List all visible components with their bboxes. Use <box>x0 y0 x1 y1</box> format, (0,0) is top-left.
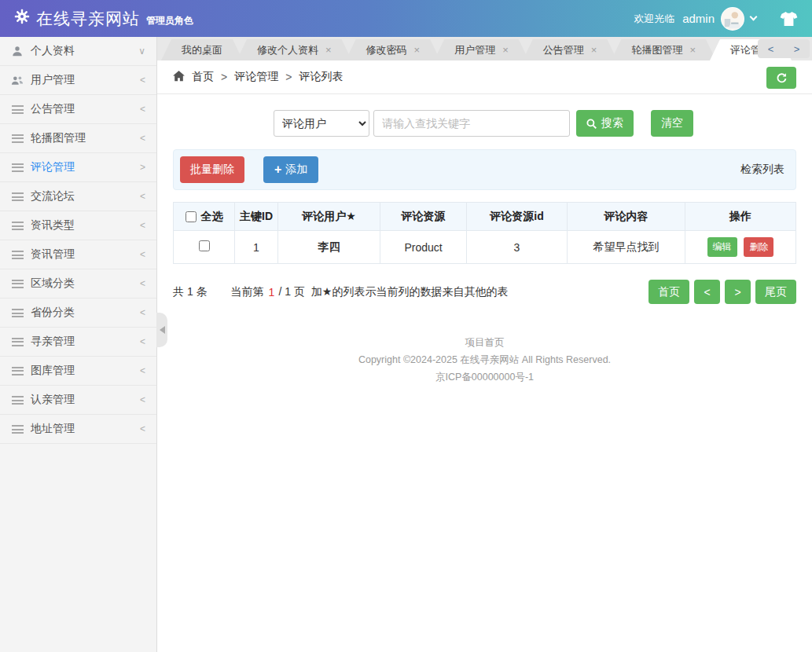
pagination: 共 1 条 当前第 1 / 1 页 加★的列表示当前列的数据来自其他的表 首页 … <box>173 280 796 304</box>
chevron-icon: ∨ <box>138 46 145 57</box>
chevron-icon: < <box>140 423 145 434</box>
add-button[interactable]: + 添加 <box>263 156 318 183</box>
footer-copyright: Copyright ©2024-2025 在线寻亲网站 All Rights R… <box>173 351 796 368</box>
breadcrumb-section[interactable]: 评论管理 <box>234 70 278 84</box>
username[interactable]: admin <box>682 12 715 25</box>
list-icon <box>11 222 24 230</box>
tab-label: 轮播图管理 <box>631 43 682 57</box>
tab-edit-profile[interactable]: 修改个人资料 × <box>237 39 352 60</box>
close-icon[interactable]: × <box>689 45 696 55</box>
chevron-icon: < <box>140 104 145 115</box>
next-page-button[interactable]: > <box>725 280 751 304</box>
search-button-label: 搜索 <box>601 116 623 130</box>
clear-button[interactable]: 清空 <box>651 110 693 137</box>
header-select-all: 全选 <box>174 203 235 231</box>
sidebar-item-news-mgmt[interactable]: 资讯管理 < <box>0 240 156 269</box>
sidebar-item-address-mgmt[interactable]: 地址管理 < <box>0 415 156 444</box>
sidebar-item-label: 区域分类 <box>31 277 75 291</box>
sidebar-collapse-handle[interactable] <box>156 313 167 347</box>
search-button[interactable]: 搜索 <box>576 110 634 137</box>
sidebar-item-label: 轮播图管理 <box>31 131 86 145</box>
pagination-total: 共 1 条 <box>173 285 208 299</box>
row-checkbox[interactable] <box>199 240 210 251</box>
sidebar-item-comment-mgmt[interactable]: 评论管理 > <box>0 153 156 182</box>
batch-delete-button[interactable]: 批量删除 <box>180 156 244 183</box>
tab-label: 用户管理 <box>454 43 495 57</box>
list-icon <box>11 396 24 405</box>
tab-scroll-left-icon[interactable]: < <box>763 43 779 55</box>
sidebar-item-region-category[interactable]: 区域分类 < <box>0 269 156 299</box>
sidebar-item-label: 用户管理 <box>31 73 75 87</box>
main-content: 我的桌面 修改个人资料 × 修改密码 × 用户管理 × 公告管理 × 轮播图管理… <box>157 37 812 652</box>
pagination-current-page: 1 <box>269 286 275 299</box>
sidebar-item-label: 省份分类 <box>31 306 75 320</box>
sidebar-item-personal-info[interactable]: 个人资料 ∨ <box>0 37 156 66</box>
tab-bar: 我的桌面 修改个人资料 × 修改密码 × 用户管理 × 公告管理 × 轮播图管理… <box>157 37 812 60</box>
sidebar-item-user-mgmt[interactable]: 用户管理 < <box>0 66 156 95</box>
chevron-icon: < <box>140 133 145 144</box>
first-page-button[interactable]: 首页 <box>648 280 689 304</box>
chevron-down-icon[interactable] <box>750 13 758 21</box>
plus-icon: + <box>274 163 281 177</box>
tab-user-mgmt[interactable]: 用户管理 × <box>434 39 529 60</box>
page-body: 评论用户 搜索 清空 批量删除 + 添加 检 <box>157 94 812 652</box>
prev-page-button[interactable]: < <box>694 280 720 304</box>
sidebar-item-label: 公告管理 <box>31 102 75 116</box>
refresh-button[interactable] <box>766 67 796 89</box>
search-field-select[interactable]: 评论用户 <box>274 110 369 137</box>
sidebar-item-label: 图库管理 <box>31 364 75 378</box>
search-form: 评论用户 搜索 清空 <box>274 110 796 137</box>
comments-table: 全选 主键ID 评论用户★ 评论资源 评论资源id 评论内容 操作 1 <box>173 202 796 264</box>
breadcrumb-separator: > <box>285 71 292 83</box>
breadcrumb-separator: > <box>221 71 227 83</box>
close-icon[interactable]: × <box>325 45 332 55</box>
breadcrumb-home[interactable]: 首页 <box>192 70 214 84</box>
chevron-icon: < <box>140 75 145 86</box>
search-icon <box>586 119 597 129</box>
list-icon <box>11 251 24 259</box>
list-icon <box>11 105 24 114</box>
sidebar-item-family-search-mgmt[interactable]: 寻亲管理 < <box>0 328 156 357</box>
pagination-note: 加★的列表示当前列的数据来自其他的表 <box>311 285 509 299</box>
collapse-arrow-icon <box>160 326 165 334</box>
sidebar-item-gallery-mgmt[interactable]: 图库管理 < <box>0 357 156 386</box>
tab-carousel-mgmt[interactable]: 轮播图管理 × <box>611 39 716 60</box>
sidebar-item-province-category[interactable]: 省份分类 < <box>0 299 156 328</box>
sidebar-item-label: 交流论坛 <box>31 189 75 203</box>
list-icon <box>11 425 24 434</box>
close-icon[interactable]: × <box>591 45 597 55</box>
delete-button[interactable]: 删除 <box>744 237 773 257</box>
table-row: 1 李四 Product 3 希望早点找到 编辑 删除 <box>174 231 796 264</box>
sidebar-item-notice-mgmt[interactable]: 公告管理 < <box>0 95 156 124</box>
avatar[interactable] <box>721 7 744 31</box>
select-all-checkbox[interactable] <box>186 211 197 222</box>
tab-notice-mgmt[interactable]: 公告管理 × <box>523 39 618 60</box>
sidebar-menu: 个人资料 ∨ 用户管理 < 公告管理 < 轮播图管理 < <box>0 37 156 444</box>
tab-scroll-right-icon[interactable]: > <box>789 43 805 55</box>
cell-id: 1 <box>235 231 278 264</box>
sidebar-item-news-type[interactable]: 资讯类型 < <box>0 211 156 240</box>
edit-button[interactable]: 编辑 <box>707 237 737 257</box>
header-content: 评论内容 <box>568 203 685 231</box>
sidebar-item-recognition-mgmt[interactable]: 认亲管理 < <box>0 386 156 415</box>
close-icon[interactable]: × <box>414 45 421 55</box>
last-page-button[interactable]: 尾页 <box>755 280 796 304</box>
tab-label: 公告管理 <box>543 43 584 57</box>
top-bar: 在线寻亲网站 管理员角色 欢迎光临 admin <box>0 0 812 37</box>
sidebar-item-carousel-mgmt[interactable]: 轮播图管理 < <box>0 124 156 153</box>
footer-project-link[interactable]: 项目首页 <box>173 334 796 351</box>
close-icon[interactable]: × <box>502 45 509 55</box>
brand: 在线寻亲网站 管理员角色 <box>14 9 193 29</box>
tab-change-password[interactable]: 修改密码 × <box>346 39 441 60</box>
chevron-icon: < <box>140 336 145 347</box>
sidebar-item-forum[interactable]: 交流论坛 < <box>0 182 156 211</box>
gear-icon <box>14 9 30 27</box>
table-header-row: 全选 主键ID 评论用户★ 评论资源 评论资源id 评论内容 操作 <box>174 203 796 231</box>
tab-my-desktop[interactable]: 我的桌面 <box>161 39 243 60</box>
list-icon <box>11 309 24 317</box>
search-input[interactable] <box>373 110 570 137</box>
sidebar-item-label: 个人资料 <box>31 44 75 58</box>
theme-tshirt-icon[interactable] <box>780 11 798 27</box>
home-icon <box>173 71 185 84</box>
sidebar-item-label: 寻亲管理 <box>31 335 75 349</box>
